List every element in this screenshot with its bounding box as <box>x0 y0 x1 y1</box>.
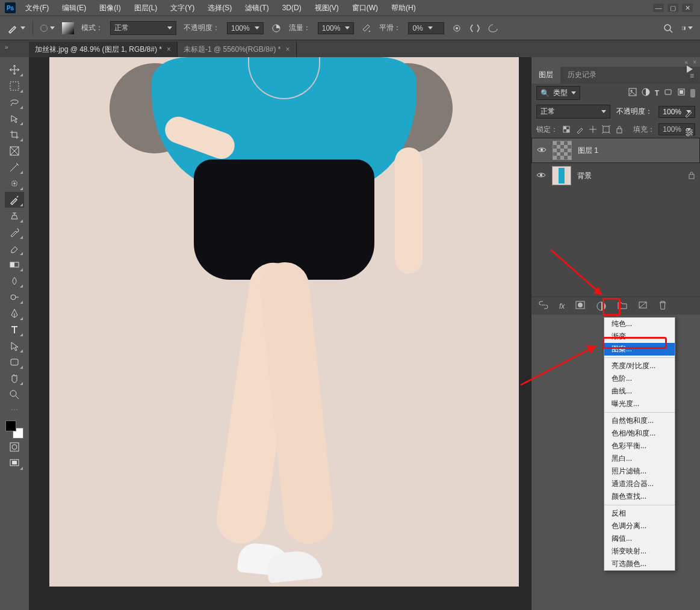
popup-item-color-lookup[interactable]: 颜色查找... <box>604 490 675 503</box>
menu-window[interactable]: 窗口(W) <box>348 3 382 13</box>
layer-style-icon[interactable]: fx <box>559 302 565 310</box>
window-close[interactable]: ✕ <box>682 4 693 12</box>
blend-mode-select[interactable]: 正常 <box>110 21 176 35</box>
type-tool[interactable] <box>5 322 24 337</box>
toolbar-more-icon[interactable]: ⋯ <box>11 405 18 414</box>
lock-artboard-icon[interactable] <box>601 125 611 134</box>
popup-item-gradient[interactable]: 渐变... <box>604 330 675 343</box>
color-swatches[interactable] <box>5 421 23 439</box>
popup-item-threshold[interactable]: 阈值... <box>604 532 675 545</box>
group-icon[interactable] <box>618 301 627 311</box>
airbrush-icon[interactable] <box>361 23 372 34</box>
layer-name[interactable]: 图层 1 <box>578 146 598 156</box>
popup-item-photo-filter[interactable]: 照片滤镜... <box>604 465 675 478</box>
workspace-switcher-icon[interactable] <box>682 23 693 34</box>
filter-shape-icon[interactable] <box>664 88 672 98</box>
hand-tool[interactable] <box>5 371 24 386</box>
tool-preset-picker[interactable] <box>7 23 25 34</box>
smoothing-options-icon[interactable] <box>451 23 462 34</box>
popup-item-selective-color[interactable]: 可选颜色... <box>604 558 675 570</box>
popup-item-gradient-map[interactable]: 渐变映射... <box>604 545 675 558</box>
blur-tool[interactable] <box>5 273 24 289</box>
eraser-tool[interactable] <box>5 241 24 256</box>
visibility-toggle-icon[interactable] <box>536 171 546 180</box>
filter-adjust-icon[interactable] <box>642 88 650 98</box>
tab-layers[interactable]: 图层 <box>531 66 560 84</box>
brush-tool[interactable] <box>5 192 24 208</box>
popup-item-curves[interactable]: 曲线... <box>604 385 675 398</box>
move-tool[interactable] <box>5 62 24 78</box>
tab-collapse-icon[interactable]: » <box>5 44 8 51</box>
lasso-tool[interactable] <box>5 94 24 110</box>
menu-filter[interactable]: 滤镜(T) <box>241 3 272 13</box>
popup-item-solid-color[interactable]: 纯色... <box>604 318 675 330</box>
layer-row[interactable]: 图层 1 <box>531 138 700 163</box>
layer-thumbnail[interactable] <box>553 141 572 160</box>
menu-3d[interactable]: 3D(D) <box>279 4 305 12</box>
canvas-area[interactable] <box>29 57 531 610</box>
brush-panel-toggle[interactable] <box>62 22 74 34</box>
layer-filter-select[interactable]: 🔍 类型 <box>536 86 580 100</box>
menu-layer[interactable]: 图层(L) <box>131 3 161 13</box>
document-canvas[interactable] <box>49 57 519 587</box>
popup-item-vibrance[interactable]: 自然饱和度... <box>604 414 675 427</box>
menu-help[interactable]: 帮助(H) <box>388 3 420 13</box>
lock-all-icon[interactable] <box>615 125 624 134</box>
delete-layer-icon[interactable] <box>658 300 667 312</box>
visibility-toggle-icon[interactable] <box>537 146 547 155</box>
new-layer-icon[interactable] <box>638 301 648 311</box>
lock-paint-icon[interactable] <box>575 125 584 134</box>
menu-type[interactable]: 文字(Y) <box>167 3 198 13</box>
popup-item-pattern[interactable]: 图案... <box>604 343 675 356</box>
foreground-color[interactable] <box>5 421 16 431</box>
history-brush-tool[interactable] <box>5 224 24 240</box>
pressure-size-icon[interactable] <box>488 23 498 34</box>
popup-item-channel-mixer[interactable]: 通道混合器... <box>604 478 675 490</box>
crop-tool[interactable] <box>5 127 24 143</box>
pen-tool[interactable] <box>5 306 24 321</box>
popup-item-bw[interactable]: 黑白... <box>604 452 675 465</box>
menu-file[interactable]: 文件(F) <box>22 3 52 13</box>
shape-tool[interactable] <box>5 354 24 370</box>
symmetry-icon[interactable] <box>469 23 480 34</box>
document-tab-active[interactable]: 加丝袜.jpg @ 48.9% (图层 1, RGB/8#) * × <box>29 42 178 57</box>
layer-mask-icon[interactable] <box>575 301 585 311</box>
adjustments-panel-icon[interactable] <box>684 127 695 140</box>
lock-position-icon[interactable] <box>588 125 598 134</box>
healing-tool[interactable] <box>5 176 24 191</box>
brush-size-picker[interactable] <box>40 25 55 32</box>
dodge-tool[interactable] <box>5 289 24 305</box>
adjustment-layer-icon[interactable] <box>596 301 607 312</box>
smooth-input[interactable]: 0% <box>408 22 444 34</box>
link-layers-icon[interactable] <box>539 301 548 311</box>
screen-mode-icon[interactable] <box>5 455 24 471</box>
flow-input[interactable]: 100% <box>318 22 355 34</box>
pressure-opacity-icon[interactable] <box>271 23 282 34</box>
filter-type-icon[interactable]: T <box>655 89 659 97</box>
popup-item-invert[interactable]: 反相 <box>604 507 675 520</box>
close-icon[interactable]: × <box>167 45 171 54</box>
window-maximize[interactable]: ▢ <box>667 4 678 12</box>
layer-row[interactable]: 背景 <box>531 163 700 188</box>
popup-item-exposure[interactable]: 曝光度... <box>604 398 675 410</box>
popup-item-levels[interactable]: 色阶... <box>604 372 675 385</box>
document-tab-inactive[interactable]: 未标题-1 @ 5560%(RGB/8#) * × <box>178 42 297 57</box>
zoom-tool[interactable] <box>5 387 24 402</box>
frame-tool[interactable] <box>5 143 24 159</box>
play-action-icon[interactable] <box>684 64 694 76</box>
lock-pixels-icon[interactable] <box>562 125 571 134</box>
menu-edit[interactable]: 编辑(E) <box>58 3 90 13</box>
layer-name[interactable]: 背景 <box>577 171 592 181</box>
filter-pixel-icon[interactable] <box>628 88 637 98</box>
menu-select[interactable]: 选择(S) <box>204 3 235 13</box>
gradient-tool[interactable] <box>5 257 24 273</box>
popup-item-hue[interactable]: 色相/饱和度... <box>604 427 675 440</box>
quick-select-tool[interactable] <box>5 111 24 126</box>
window-minimize[interactable]: — <box>653 4 664 12</box>
quick-mask-icon[interactable] <box>5 439 24 455</box>
marquee-tool[interactable] <box>5 78 24 94</box>
brushes-panel-icon[interactable] <box>684 107 695 120</box>
popup-item-color-balance[interactable]: 色彩平衡... <box>604 440 675 452</box>
opacity-input[interactable]: 100% <box>227 22 264 34</box>
eyedropper-tool[interactable] <box>5 159 24 175</box>
